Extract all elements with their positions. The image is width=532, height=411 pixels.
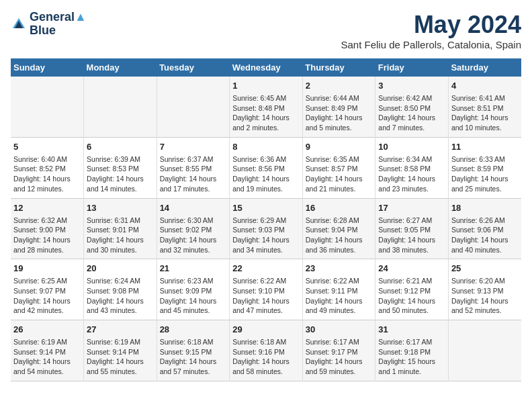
day-info: Sunrise: 6:23 AM Sunset: 9:09 PM Dayligh… <box>160 276 227 316</box>
calendar-week-row: 12Sunrise: 6:32 AM Sunset: 9:00 PM Dayli… <box>11 198 521 259</box>
calendar-cell: 30Sunrise: 6:17 AM Sunset: 9:17 PM Dayli… <box>302 320 375 381</box>
day-number: 24 <box>378 263 445 273</box>
calendar-cell: 15Sunrise: 6:29 AM Sunset: 9:03 PM Dayli… <box>230 198 303 259</box>
calendar-cell: 29Sunrise: 6:18 AM Sunset: 9:16 PM Dayli… <box>230 320 303 381</box>
calendar-cell: 21Sunrise: 6:23 AM Sunset: 9:09 PM Dayli… <box>157 259 230 320</box>
day-number: 25 <box>451 263 519 273</box>
day-number: 17 <box>378 203 445 213</box>
day-number: 16 <box>306 203 373 213</box>
day-info: Sunrise: 6:29 AM Sunset: 9:03 PM Dayligh… <box>232 216 300 255</box>
calendar-cell: 4Sunrise: 6:41 AM Sunset: 8:51 PM Daylig… <box>448 77 521 137</box>
day-info: Sunrise: 6:27 AM Sunset: 9:05 PM Dayligh… <box>378 216 445 255</box>
day-info: Sunrise: 6:24 AM Sunset: 9:08 PM Dayligh… <box>87 276 154 316</box>
calendar-cell: 12Sunrise: 6:32 AM Sunset: 9:00 PM Dayli… <box>11 198 84 259</box>
calendar-week-row: 1Sunrise: 6:45 AM Sunset: 8:48 PM Daylig… <box>11 77 521 137</box>
calendar-cell: 31Sunrise: 6:17 AM Sunset: 9:18 PM Dayli… <box>375 320 449 381</box>
logo: General▲ Blue <box>11 11 87 38</box>
weekday-header: Saturday <box>448 58 521 77</box>
day-info: Sunrise: 6:31 AM Sunset: 9:01 PM Dayligh… <box>87 216 154 255</box>
day-info: Sunrise: 6:36 AM Sunset: 8:56 PM Dayligh… <box>232 154 300 194</box>
day-number: 10 <box>378 142 445 152</box>
calendar-cell: 17Sunrise: 6:27 AM Sunset: 9:05 PM Dayli… <box>375 198 449 259</box>
day-number: 5 <box>13 142 81 152</box>
day-number: 6 <box>87 142 154 152</box>
calendar-cell: 19Sunrise: 6:25 AM Sunset: 9:07 PM Dayli… <box>11 259 84 320</box>
day-info: Sunrise: 6:39 AM Sunset: 8:53 PM Dayligh… <box>87 154 154 194</box>
weekday-header: Wednesday <box>230 58 303 77</box>
day-info: Sunrise: 6:42 AM Sunset: 8:50 PM Dayligh… <box>378 93 445 133</box>
day-number: 19 <box>13 263 81 273</box>
day-number: 4 <box>451 81 519 91</box>
day-number: 2 <box>306 81 373 91</box>
day-info: Sunrise: 6:19 AM Sunset: 9:14 PM Dayligh… <box>13 337 81 377</box>
day-info: Sunrise: 6:41 AM Sunset: 8:51 PM Dayligh… <box>451 93 519 133</box>
logo-icon <box>11 16 27 32</box>
day-number: 9 <box>306 142 373 152</box>
day-number: 20 <box>87 263 154 273</box>
calendar-table: SundayMondayTuesdayWednesdayThursdayFrid… <box>11 58 521 381</box>
day-info: Sunrise: 6:18 AM Sunset: 9:15 PM Dayligh… <box>160 337 227 377</box>
day-number: 1 <box>232 81 300 91</box>
calendar-cell: 22Sunrise: 6:22 AM Sunset: 9:10 PM Dayli… <box>230 259 303 320</box>
day-info: Sunrise: 6:34 AM Sunset: 8:58 PM Dayligh… <box>378 154 445 194</box>
day-number: 23 <box>306 263 373 273</box>
calendar-cell: 25Sunrise: 6:20 AM Sunset: 9:13 PM Dayli… <box>448 259 521 320</box>
day-info: Sunrise: 6:30 AM Sunset: 9:02 PM Dayligh… <box>160 216 227 255</box>
calendar-cell: 26Sunrise: 6:19 AM Sunset: 9:14 PM Dayli… <box>11 320 84 381</box>
day-info: Sunrise: 6:22 AM Sunset: 9:10 PM Dayligh… <box>232 276 300 316</box>
calendar-cell: 20Sunrise: 6:24 AM Sunset: 9:08 PM Dayli… <box>84 259 157 320</box>
day-info: Sunrise: 6:28 AM Sunset: 9:04 PM Dayligh… <box>306 216 373 255</box>
calendar-cell: 8Sunrise: 6:36 AM Sunset: 8:56 PM Daylig… <box>230 137 303 198</box>
page-header: General▲ Blue May 2024 Sant Feliu de Pal… <box>11 11 521 50</box>
calendar-cell: 14Sunrise: 6:30 AM Sunset: 9:02 PM Dayli… <box>157 198 230 259</box>
day-info: Sunrise: 6:17 AM Sunset: 9:18 PM Dayligh… <box>378 337 445 377</box>
calendar-cell: 24Sunrise: 6:21 AM Sunset: 9:12 PM Dayli… <box>375 259 449 320</box>
day-number: 3 <box>378 81 445 91</box>
calendar-cell: 27Sunrise: 6:19 AM Sunset: 9:14 PM Dayli… <box>84 320 157 381</box>
calendar-cell: 16Sunrise: 6:28 AM Sunset: 9:04 PM Dayli… <box>302 198 375 259</box>
calendar-week-row: 26Sunrise: 6:19 AM Sunset: 9:14 PM Dayli… <box>11 320 521 381</box>
calendar-cell: 3Sunrise: 6:42 AM Sunset: 8:50 PM Daylig… <box>375 77 449 137</box>
day-number: 26 <box>13 324 81 334</box>
day-number: 22 <box>232 263 300 273</box>
calendar-cell: 9Sunrise: 6:35 AM Sunset: 8:57 PM Daylig… <box>302 137 375 198</box>
calendar-cell: 7Sunrise: 6:37 AM Sunset: 8:55 PM Daylig… <box>157 137 230 198</box>
calendar-cell <box>157 77 230 137</box>
day-info: Sunrise: 6:40 AM Sunset: 8:52 PM Dayligh… <box>13 154 81 194</box>
day-info: Sunrise: 6:20 AM Sunset: 9:13 PM Dayligh… <box>451 276 519 316</box>
day-info: Sunrise: 6:44 AM Sunset: 8:49 PM Dayligh… <box>306 93 373 133</box>
calendar-cell: 10Sunrise: 6:34 AM Sunset: 8:58 PM Dayli… <box>375 137 449 198</box>
calendar-cell: 13Sunrise: 6:31 AM Sunset: 9:01 PM Dayli… <box>84 198 157 259</box>
calendar-cell: 18Sunrise: 6:26 AM Sunset: 9:06 PM Dayli… <box>448 198 521 259</box>
day-info: Sunrise: 6:32 AM Sunset: 9:00 PM Dayligh… <box>13 216 81 255</box>
calendar-cell: 11Sunrise: 6:33 AM Sunset: 8:59 PM Dayli… <box>448 137 521 198</box>
calendar-cell: 6Sunrise: 6:39 AM Sunset: 8:53 PM Daylig… <box>84 137 157 198</box>
calendar-cell <box>448 320 521 381</box>
day-number: 21 <box>160 263 227 273</box>
day-info: Sunrise: 6:22 AM Sunset: 9:11 PM Dayligh… <box>306 276 373 316</box>
weekday-header: Friday <box>375 58 449 77</box>
calendar-header: SundayMondayTuesdayWednesdayThursdayFrid… <box>11 58 521 77</box>
location: Sant Feliu de Pallerols, Catalonia, Spai… <box>341 39 522 50</box>
day-number: 12 <box>13 203 81 213</box>
day-info: Sunrise: 6:18 AM Sunset: 9:16 PM Dayligh… <box>232 337 300 377</box>
calendar-cell: 23Sunrise: 6:22 AM Sunset: 9:11 PM Dayli… <box>302 259 375 320</box>
calendar-cell <box>84 77 157 137</box>
day-number: 14 <box>160 203 227 213</box>
calendar-cell: 5Sunrise: 6:40 AM Sunset: 8:52 PM Daylig… <box>11 137 84 198</box>
weekday-header: Monday <box>84 58 157 77</box>
calendar-cell <box>11 77 84 137</box>
day-info: Sunrise: 6:21 AM Sunset: 9:12 PM Dayligh… <box>378 276 445 316</box>
month-title: May 2024 <box>341 11 522 39</box>
day-info: Sunrise: 6:35 AM Sunset: 8:57 PM Dayligh… <box>306 154 373 194</box>
day-number: 27 <box>87 324 154 334</box>
title-block: May 2024 Sant Feliu de Pallerols, Catalo… <box>341 11 522 50</box>
day-number: 13 <box>87 203 154 213</box>
day-number: 18 <box>451 203 519 213</box>
day-number: 29 <box>232 324 300 334</box>
day-number: 15 <box>232 203 300 213</box>
day-number: 11 <box>451 142 519 152</box>
calendar-cell: 28Sunrise: 6:18 AM Sunset: 9:15 PM Dayli… <box>157 320 230 381</box>
day-number: 28 <box>160 324 227 334</box>
logo-text: General▲ Blue <box>30 11 87 38</box>
